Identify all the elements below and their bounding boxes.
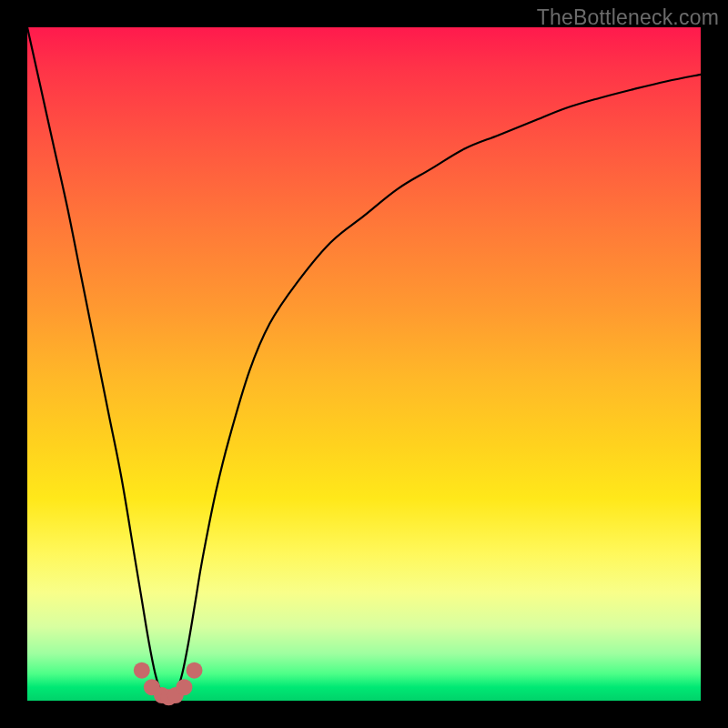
curve-layer (27, 27, 701, 701)
trough-dot (134, 662, 150, 679)
trough-dot (187, 662, 203, 679)
bottleneck-curve (27, 27, 701, 701)
trough-markers (134, 662, 203, 706)
chart-frame: TheBottleneck.com (0, 0, 728, 728)
trough-dot (176, 679, 192, 695)
plot-area (27, 27, 701, 701)
watermark-text: TheBottleneck.com (537, 5, 719, 30)
